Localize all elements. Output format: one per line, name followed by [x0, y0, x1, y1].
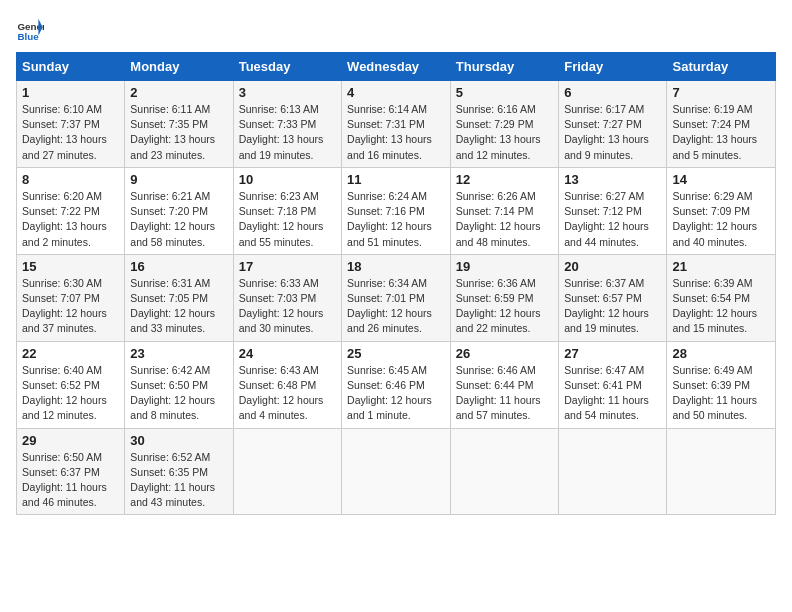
calendar-cell: 8Sunrise: 6:20 AM Sunset: 7:22 PM Daylig…	[17, 167, 125, 254]
calendar-cell: 4Sunrise: 6:14 AM Sunset: 7:31 PM Daylig…	[342, 81, 451, 168]
day-info: Sunrise: 6:50 AM Sunset: 6:37 PM Dayligh…	[22, 450, 119, 511]
calendar-cell: 30Sunrise: 6:52 AM Sunset: 6:35 PM Dayli…	[125, 428, 233, 515]
day-number: 2	[130, 85, 227, 100]
svg-text:Blue: Blue	[17, 31, 39, 42]
calendar-cell: 26Sunrise: 6:46 AM Sunset: 6:44 PM Dayli…	[450, 341, 558, 428]
calendar-cell: 27Sunrise: 6:47 AM Sunset: 6:41 PM Dayli…	[559, 341, 667, 428]
weekday-friday: Friday	[559, 53, 667, 81]
day-number: 26	[456, 346, 553, 361]
calendar-cell: 22Sunrise: 6:40 AM Sunset: 6:52 PM Dayli…	[17, 341, 125, 428]
day-info: Sunrise: 6:26 AM Sunset: 7:14 PM Dayligh…	[456, 189, 553, 250]
day-number: 11	[347, 172, 445, 187]
day-number: 24	[239, 346, 336, 361]
day-info: Sunrise: 6:10 AM Sunset: 7:37 PM Dayligh…	[22, 102, 119, 163]
calendar-cell: 17Sunrise: 6:33 AM Sunset: 7:03 PM Dayli…	[233, 254, 341, 341]
day-number: 21	[672, 259, 770, 274]
day-info: Sunrise: 6:17 AM Sunset: 7:27 PM Dayligh…	[564, 102, 661, 163]
day-info: Sunrise: 6:52 AM Sunset: 6:35 PM Dayligh…	[130, 450, 227, 511]
calendar-week-2: 8Sunrise: 6:20 AM Sunset: 7:22 PM Daylig…	[17, 167, 776, 254]
day-info: Sunrise: 6:45 AM Sunset: 6:46 PM Dayligh…	[347, 363, 445, 424]
day-number: 25	[347, 346, 445, 361]
weekday-saturday: Saturday	[667, 53, 776, 81]
calendar-week-1: 1Sunrise: 6:10 AM Sunset: 7:37 PM Daylig…	[17, 81, 776, 168]
day-info: Sunrise: 6:29 AM Sunset: 7:09 PM Dayligh…	[672, 189, 770, 250]
day-number: 3	[239, 85, 336, 100]
calendar-week-3: 15Sunrise: 6:30 AM Sunset: 7:07 PM Dayli…	[17, 254, 776, 341]
calendar-table: SundayMondayTuesdayWednesdayThursdayFrid…	[16, 52, 776, 515]
day-info: Sunrise: 6:40 AM Sunset: 6:52 PM Dayligh…	[22, 363, 119, 424]
header: General Blue	[16, 16, 776, 44]
day-number: 18	[347, 259, 445, 274]
weekday-monday: Monday	[125, 53, 233, 81]
calendar-cell: 3Sunrise: 6:13 AM Sunset: 7:33 PM Daylig…	[233, 81, 341, 168]
calendar-cell: 28Sunrise: 6:49 AM Sunset: 6:39 PM Dayli…	[667, 341, 776, 428]
weekday-wednesday: Wednesday	[342, 53, 451, 81]
calendar-cell: 10Sunrise: 6:23 AM Sunset: 7:18 PM Dayli…	[233, 167, 341, 254]
day-info: Sunrise: 6:27 AM Sunset: 7:12 PM Dayligh…	[564, 189, 661, 250]
calendar-cell: 5Sunrise: 6:16 AM Sunset: 7:29 PM Daylig…	[450, 81, 558, 168]
calendar-cell: 25Sunrise: 6:45 AM Sunset: 6:46 PM Dayli…	[342, 341, 451, 428]
calendar-cell: 6Sunrise: 6:17 AM Sunset: 7:27 PM Daylig…	[559, 81, 667, 168]
calendar-body: 1Sunrise: 6:10 AM Sunset: 7:37 PM Daylig…	[17, 81, 776, 515]
day-info: Sunrise: 6:33 AM Sunset: 7:03 PM Dayligh…	[239, 276, 336, 337]
calendar-cell: 14Sunrise: 6:29 AM Sunset: 7:09 PM Dayli…	[667, 167, 776, 254]
calendar-week-4: 22Sunrise: 6:40 AM Sunset: 6:52 PM Dayli…	[17, 341, 776, 428]
day-info: Sunrise: 6:39 AM Sunset: 6:54 PM Dayligh…	[672, 276, 770, 337]
calendar-cell: 18Sunrise: 6:34 AM Sunset: 7:01 PM Dayli…	[342, 254, 451, 341]
day-info: Sunrise: 6:42 AM Sunset: 6:50 PM Dayligh…	[130, 363, 227, 424]
day-info: Sunrise: 6:49 AM Sunset: 6:39 PM Dayligh…	[672, 363, 770, 424]
day-number: 12	[456, 172, 553, 187]
day-info: Sunrise: 6:13 AM Sunset: 7:33 PM Dayligh…	[239, 102, 336, 163]
day-number: 30	[130, 433, 227, 448]
day-number: 4	[347, 85, 445, 100]
weekday-sunday: Sunday	[17, 53, 125, 81]
day-number: 27	[564, 346, 661, 361]
calendar-cell: 13Sunrise: 6:27 AM Sunset: 7:12 PM Dayli…	[559, 167, 667, 254]
day-number: 7	[672, 85, 770, 100]
calendar-cell: 23Sunrise: 6:42 AM Sunset: 6:50 PM Dayli…	[125, 341, 233, 428]
day-info: Sunrise: 6:20 AM Sunset: 7:22 PM Dayligh…	[22, 189, 119, 250]
calendar-cell: 9Sunrise: 6:21 AM Sunset: 7:20 PM Daylig…	[125, 167, 233, 254]
day-info: Sunrise: 6:11 AM Sunset: 7:35 PM Dayligh…	[130, 102, 227, 163]
day-info: Sunrise: 6:30 AM Sunset: 7:07 PM Dayligh…	[22, 276, 119, 337]
day-info: Sunrise: 6:24 AM Sunset: 7:16 PM Dayligh…	[347, 189, 445, 250]
calendar-cell: 20Sunrise: 6:37 AM Sunset: 6:57 PM Dayli…	[559, 254, 667, 341]
calendar-cell: 21Sunrise: 6:39 AM Sunset: 6:54 PM Dayli…	[667, 254, 776, 341]
calendar-cell: 19Sunrise: 6:36 AM Sunset: 6:59 PM Dayli…	[450, 254, 558, 341]
calendar-cell: 11Sunrise: 6:24 AM Sunset: 7:16 PM Dayli…	[342, 167, 451, 254]
day-number: 10	[239, 172, 336, 187]
calendar-cell	[233, 428, 341, 515]
calendar-week-5: 29Sunrise: 6:50 AM Sunset: 6:37 PM Dayli…	[17, 428, 776, 515]
day-number: 29	[22, 433, 119, 448]
calendar-cell	[450, 428, 558, 515]
calendar-cell	[559, 428, 667, 515]
day-info: Sunrise: 6:37 AM Sunset: 6:57 PM Dayligh…	[564, 276, 661, 337]
day-number: 20	[564, 259, 661, 274]
day-info: Sunrise: 6:16 AM Sunset: 7:29 PM Dayligh…	[456, 102, 553, 163]
day-number: 13	[564, 172, 661, 187]
calendar-cell: 7Sunrise: 6:19 AM Sunset: 7:24 PM Daylig…	[667, 81, 776, 168]
day-info: Sunrise: 6:43 AM Sunset: 6:48 PM Dayligh…	[239, 363, 336, 424]
calendar-cell: 12Sunrise: 6:26 AM Sunset: 7:14 PM Dayli…	[450, 167, 558, 254]
day-number: 5	[456, 85, 553, 100]
day-number: 22	[22, 346, 119, 361]
day-info: Sunrise: 6:21 AM Sunset: 7:20 PM Dayligh…	[130, 189, 227, 250]
day-number: 16	[130, 259, 227, 274]
day-info: Sunrise: 6:36 AM Sunset: 6:59 PM Dayligh…	[456, 276, 553, 337]
calendar-cell: 16Sunrise: 6:31 AM Sunset: 7:05 PM Dayli…	[125, 254, 233, 341]
day-number: 8	[22, 172, 119, 187]
day-number: 14	[672, 172, 770, 187]
calendar-cell	[342, 428, 451, 515]
logo: General Blue	[16, 16, 44, 44]
day-info: Sunrise: 6:23 AM Sunset: 7:18 PM Dayligh…	[239, 189, 336, 250]
day-info: Sunrise: 6:34 AM Sunset: 7:01 PM Dayligh…	[347, 276, 445, 337]
day-number: 23	[130, 346, 227, 361]
calendar-cell: 29Sunrise: 6:50 AM Sunset: 6:37 PM Dayli…	[17, 428, 125, 515]
day-number: 1	[22, 85, 119, 100]
day-info: Sunrise: 6:46 AM Sunset: 6:44 PM Dayligh…	[456, 363, 553, 424]
calendar-cell: 15Sunrise: 6:30 AM Sunset: 7:07 PM Dayli…	[17, 254, 125, 341]
calendar-cell: 2Sunrise: 6:11 AM Sunset: 7:35 PM Daylig…	[125, 81, 233, 168]
day-info: Sunrise: 6:31 AM Sunset: 7:05 PM Dayligh…	[130, 276, 227, 337]
calendar-cell: 1Sunrise: 6:10 AM Sunset: 7:37 PM Daylig…	[17, 81, 125, 168]
day-number: 6	[564, 85, 661, 100]
